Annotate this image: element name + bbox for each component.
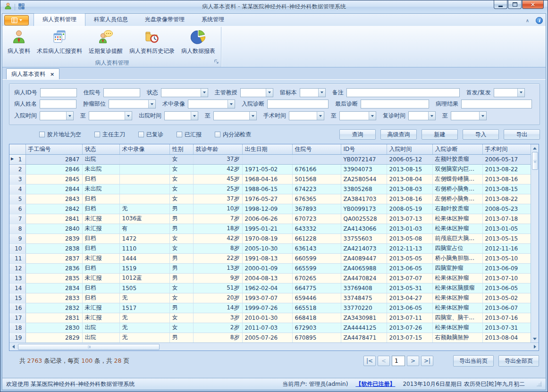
chevron-down-icon[interactable] (191, 112, 198, 120)
table-row[interactable]: 102838归档1110女8岁2005-10-30636143ZA4214073… (9, 243, 531, 253)
import-button[interactable]: 导入 (463, 129, 499, 140)
final-diagnosis-input[interactable] (361, 100, 429, 108)
chevron-down-icon[interactable] (428, 112, 435, 120)
status-combobox[interactable] (161, 88, 208, 97)
admission-diagnosis-input[interactable] (267, 100, 329, 108)
column-header[interactable]: 就诊年龄 (193, 144, 242, 154)
table-row[interactable]: 32845归档女45岁1968-04-16501568ZA25805442013… (9, 174, 531, 184)
checkbox-icon[interactable] (39, 132, 45, 137)
patient-id-input[interactable] (40, 88, 77, 97)
row-header[interactable]: 7 (9, 214, 25, 224)
row-header[interactable]: 19 (9, 333, 25, 342)
table-row[interactable]: 62842归档无男10岁1998-12-09367893YB0099173200… (9, 204, 531, 214)
page-number-input[interactable]: 1 (392, 356, 405, 366)
chief-professor-combobox[interactable] (240, 88, 273, 97)
next-page-button[interactable]: > (407, 356, 419, 366)
table-row[interactable]: 52843归档女37岁1976-05-27676365ZA38417032013… (9, 194, 531, 204)
row-header[interactable]: 1▶ (9, 154, 25, 164)
table-row[interactable]: 82840未汇报有男18岁1995-01-21643332ZA414306620… (9, 224, 531, 234)
scroll-up-icon[interactable] (531, 144, 539, 152)
reported-checkbox[interactable]: 已汇报 (177, 131, 202, 139)
resize-grip[interactable] (536, 381, 542, 387)
row-header[interactable]: 18 (9, 323, 25, 333)
close-button[interactable]: ✕ (522, 0, 544, 9)
chevron-down-icon[interactable] (125, 112, 132, 120)
table-row[interactable]: 92839归档1472女42岁1970-08-19661228337556032… (9, 234, 531, 243)
discharge-from-combobox[interactable] (164, 111, 198, 120)
table-row[interactable]: 72841未汇报1036蓝男7岁2006-06-26670723QA002552… (9, 214, 531, 224)
row-header[interactable]: 10 (9, 243, 25, 253)
row-header[interactable]: 12 (9, 263, 25, 273)
table-row[interactable]: 132835未汇报1012蓝男9岁2004-08-13670265ZA44708… (9, 273, 531, 283)
remarks-input[interactable] (346, 88, 460, 97)
ribbon-tab-system-management[interactable]: 系统管理 (193, 14, 233, 26)
row-header[interactable]: 4 (9, 184, 25, 194)
postop-report-button[interactable]: 术后病人汇报资料 (34, 28, 85, 57)
row-header[interactable]: 14 (9, 283, 25, 293)
previous-page-button[interactable]: < (378, 356, 390, 366)
chevron-down-icon[interactable] (369, 112, 376, 120)
chevron-down-icon[interactable] (148, 100, 155, 108)
admit-from-combobox[interactable] (40, 111, 74, 120)
close-tab-icon[interactable]: × (50, 71, 54, 77)
chevron-down-icon[interactable] (517, 89, 524, 97)
column-header[interactable]: 手术时间 (482, 144, 531, 154)
row-header[interactable]: 15 (9, 293, 25, 303)
chevron-down-icon[interactable] (66, 112, 73, 120)
first-page-button[interactable]: |< (363, 356, 376, 366)
chevron-down-icon[interactable] (266, 89, 273, 97)
patient-name-input[interactable] (40, 100, 76, 108)
minimize-button[interactable] (494, 0, 507, 9)
row-header[interactable]: 13 (9, 273, 25, 283)
table-row[interactable]: 122836归档1519男13岁2000-01-09665599ZA406598… (9, 263, 531, 273)
column-header[interactable]: 出生日期 (242, 144, 292, 154)
row-header[interactable]: 2 (9, 164, 25, 174)
chevron-down-icon[interactable] (317, 112, 324, 120)
table-row[interactable]: 42844未出院女25岁1988-06-15674223338052682013… (9, 184, 531, 194)
chevron-down-icon[interactable] (249, 112, 256, 120)
export-all-pages-button[interactable]: 导出全部页 (498, 355, 539, 367)
info-icon[interactable]: i (536, 17, 543, 24)
patient-data-button[interactable]: 病人资料 (4, 28, 34, 57)
film-address-empty-checkbox[interactable]: 胶片地址为空 (39, 131, 81, 139)
checkbox-icon[interactable] (138, 132, 144, 137)
chevron-down-icon[interactable] (479, 112, 486, 120)
followup-to-combobox[interactable] (451, 111, 487, 120)
scroll-left-icon[interactable] (9, 343, 17, 350)
row-header[interactable]: 3 (9, 174, 25, 184)
tumor-site-combobox[interactable] (109, 100, 156, 108)
checkbox-icon[interactable] (94, 132, 100, 137)
column-header[interactable]: ID号 (341, 144, 387, 154)
first-or-relapse-combobox[interactable] (494, 88, 525, 97)
layout-grid-icon[interactable] (18, 3, 25, 11)
query-button[interactable]: 查询 (339, 129, 376, 140)
pathology-result-input[interactable] (461, 100, 532, 108)
row-header[interactable]: 9 (9, 234, 25, 243)
user-icon[interactable] (4, 2, 12, 11)
scroll-right-icon[interactable] (531, 343, 539, 350)
advanced-query-button[interactable]: 高级查询 (380, 129, 417, 140)
table-row[interactable]: 142834归档1505女51岁1962-02-0466477533769408… (9, 283, 531, 293)
surgery-to-combobox[interactable] (339, 111, 376, 120)
chief-surgeon-op-checkbox[interactable]: 主任主刀 (94, 131, 125, 139)
maximize-button[interactable] (508, 0, 522, 9)
ribbon-tab-department-staff-info[interactable]: 科室人员信息 (85, 14, 136, 26)
column-header[interactable]: 术中录像 (119, 144, 169, 154)
table-row[interactable]: 1▶2847出院女37岁YB00721472006-05-12左额叶胶质瘤200… (9, 154, 531, 164)
software-registered-link[interactable]: 【软件已注册】 (355, 380, 395, 388)
horizontal-scroll-thumb[interactable] (18, 344, 160, 350)
intraop-video-combobox[interactable] (188, 100, 235, 108)
vertical-scrollbar[interactable] (531, 144, 539, 342)
chevron-down-icon[interactable] (318, 89, 325, 97)
checkbox-icon[interactable] (215, 132, 220, 137)
chevron-down-icon[interactable] (201, 89, 208, 97)
horizontal-scrollbar[interactable] (9, 342, 539, 350)
export-current-page-button[interactable]: 导出当前页 (453, 355, 494, 367)
surgery-from-combobox[interactable] (289, 111, 324, 120)
column-header[interactable]: 入院诊断 (432, 144, 482, 154)
scroll-down-icon[interactable] (531, 335, 539, 342)
row-header[interactable]: 5 (9, 194, 25, 204)
ribbon-tab-disc-video-management[interactable]: 光盘录像带管理 (136, 14, 193, 26)
export-button[interactable]: 导出 (504, 129, 540, 140)
row-header[interactable]: 6 (9, 204, 25, 214)
